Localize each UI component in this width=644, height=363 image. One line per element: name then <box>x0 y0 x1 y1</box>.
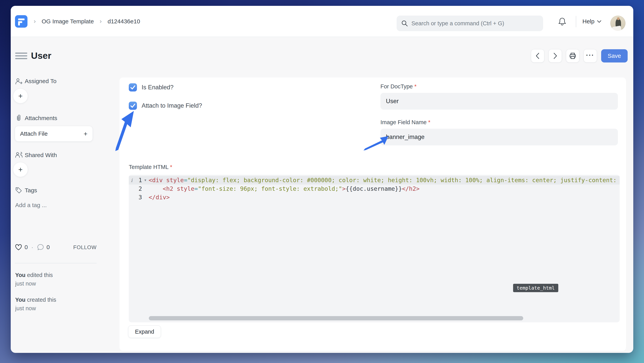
gutter-info-icon: i <box>129 176 134 185</box>
add-tag-input[interactable]: Add a tag ... <box>15 202 47 208</box>
help-menu[interactable]: Help <box>582 6 602 37</box>
breadcrumb-doctype[interactable]: OG Image Template <box>42 18 94 25</box>
breadcrumb: › OG Image Template › d124436e10 <box>34 6 140 37</box>
fold-caret-icon[interactable]: ▾ <box>142 176 149 185</box>
notifications-bell-icon[interactable] <box>557 17 567 26</box>
required-asterisk: * <box>428 119 430 125</box>
help-label: Help <box>582 18 594 25</box>
sidebar-divider <box>15 263 96 263</box>
tag-icon <box>15 186 22 194</box>
follow-button[interactable]: FOLLOW <box>73 245 96 251</box>
attach-to-image-field-label: Attach to Image Field? <box>142 102 202 109</box>
next-document-button[interactable] <box>548 49 562 62</box>
tags-label: Tags <box>25 187 37 194</box>
print-button[interactable] <box>566 49 579 62</box>
is-enabled-label: Is Enabled? <box>142 84 174 91</box>
code-text: </div> <box>149 193 170 202</box>
dot-separator: · <box>31 244 33 251</box>
code-text: <h2 style="font-size: 96px; font-style: … <box>149 185 420 193</box>
app-header: › OG Image Template › d124436e10 Help <box>11 6 633 37</box>
for-doctype-field: For DocType * <box>380 83 618 110</box>
main-window: › OG Image Template › d124436e10 Help Us… <box>11 6 633 353</box>
editor-line[interactable]: 2 <h2 style="font-size: 96px; font-style… <box>129 185 620 193</box>
chevron-right-icon: › <box>34 17 36 25</box>
for-doctype-label: For DocType <box>380 83 413 89</box>
plus-icon: + <box>84 130 88 138</box>
activity-entry-created: You created this just now <box>15 296 99 313</box>
frappe-logo[interactable] <box>15 15 28 28</box>
save-button[interactable]: Save <box>601 49 628 62</box>
chevron-right-icon <box>552 52 558 59</box>
search-icon <box>401 20 408 27</box>
search-input[interactable] <box>412 20 538 27</box>
expand-button[interactable]: Expand <box>128 326 161 338</box>
for-doctype-input[interactable] <box>380 93 618 110</box>
image-field-name-label: Image Field Name <box>380 119 426 125</box>
global-search[interactable] <box>396 15 543 31</box>
image-field-name-input[interactable] <box>380 129 618 145</box>
attach-file-button[interactable]: Attach File + <box>15 126 93 141</box>
add-share-button[interactable]: + <box>13 162 28 177</box>
editor-line[interactable]: 3</div> <box>129 193 620 202</box>
sidebar-toggle-icon[interactable] <box>15 52 27 59</box>
attach-file-label: Attach File <box>20 130 48 137</box>
comment-count: 0 <box>46 244 50 251</box>
image-field-name-field: Image Field Name * <box>380 119 618 145</box>
breadcrumb-docname[interactable]: d124436e10 <box>108 18 140 25</box>
chevron-left-icon <box>535 52 540 59</box>
form-panel: Is Enabled? Attach to Image Field? For D… <box>120 77 626 351</box>
checkbox-checked-icon[interactable] <box>129 83 137 91</box>
page-title: User <box>31 50 52 61</box>
shared-with-label: Shared With <box>25 152 57 158</box>
like-heart-icon[interactable] <box>15 244 22 251</box>
shared-users-icon <box>15 151 23 159</box>
ellipsis-icon: ··· <box>586 51 594 59</box>
required-asterisk: * <box>170 164 172 170</box>
template-html-code-editor[interactable]: i1▾<div style="display: flex; background… <box>129 175 620 322</box>
attachments-label: Attachments <box>25 115 57 121</box>
printer-icon <box>569 52 576 59</box>
paperclip-icon <box>15 114 22 122</box>
annotation-arrow-big <box>115 111 134 152</box>
line-number: 2 <box>134 185 142 193</box>
like-count: 0 <box>24 244 28 251</box>
editor-line[interactable]: i1▾<div style="display: flex; background… <box>129 176 620 185</box>
fieldname-tooltip: template_html <box>513 284 558 292</box>
attach-to-image-field-checkbox-row[interactable]: Attach to Image Field? <box>129 102 202 110</box>
user-avatar[interactable] <box>610 15 626 31</box>
toolbar-actions: ··· Save <box>531 49 628 62</box>
prev-document-button[interactable] <box>531 49 544 62</box>
activity-entry-edited: You edited this just now <box>15 271 99 288</box>
assigned-to-label: Assigned To <box>25 78 56 84</box>
code-text: <div style="display: flex; background-co… <box>149 176 616 185</box>
is-enabled-checkbox-row[interactable]: Is Enabled? <box>129 83 174 91</box>
horizontal-scrollbar[interactable] <box>149 316 523 320</box>
line-number: 1 <box>134 176 142 185</box>
required-asterisk: * <box>414 83 416 89</box>
line-number: 3 <box>134 193 142 202</box>
checkbox-checked-icon[interactable] <box>129 102 137 110</box>
template-html-label: Template HTML <box>129 164 168 170</box>
menu-button[interactable]: ··· <box>584 49 597 62</box>
header-divider <box>576 16 576 27</box>
add-assignment-button[interactable]: + <box>13 88 28 103</box>
chevron-down-icon <box>597 20 602 23</box>
comment-bubble-icon[interactable] <box>37 244 44 251</box>
code-editor-lines: i1▾<div style="display: flex; background… <box>129 175 620 202</box>
chevron-right-icon: › <box>100 17 102 25</box>
assign-user-icon <box>15 77 22 85</box>
